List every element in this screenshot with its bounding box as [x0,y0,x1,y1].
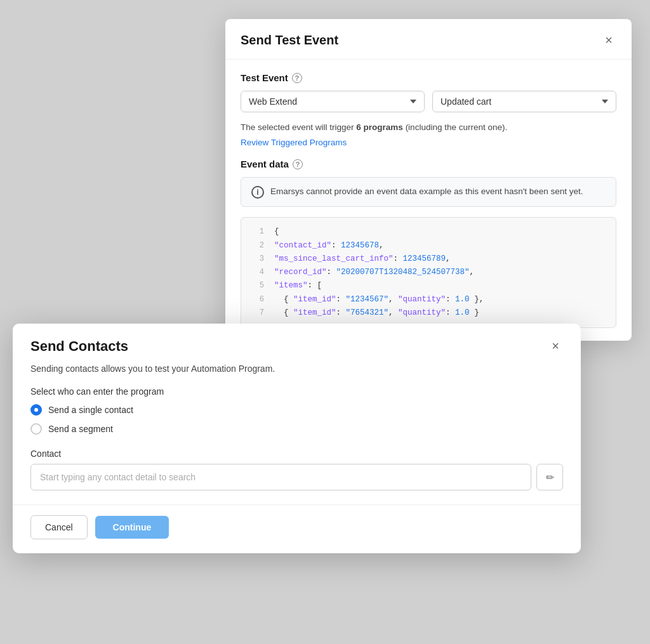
test-event-section-label: Test Event ? [241,72,616,83]
contact-search-input[interactable] [30,464,531,490]
event-data-section-label: Event data ? [241,159,616,169]
radio-single-indicator [30,404,42,416]
select-who-label: Select who can enter the program [30,386,563,397]
test-event-dialog-body: Test Event ? Web Extend Updated cart The… [225,60,632,341]
send-contacts-dialog: Send Contacts × Sending contacts allows … [13,324,581,553]
test-event-help-icon[interactable]: ? [292,73,302,83]
code-line-2: 2 "contact_id": 12345678, [241,239,616,253]
radio-single-label: Send a single contact [48,405,133,415]
review-triggered-programs-link[interactable]: Review Triggered Programs [241,138,616,147]
event-dropdowns-row: Web Extend Updated cart [241,91,616,112]
info-icon: i [251,186,264,199]
web-extend-dropdown[interactable]: Web Extend [241,91,425,112]
test-event-close-button[interactable]: × [601,32,616,49]
radio-segment-label: Send a segment [48,424,113,434]
code-line-5: 5 "items": [ [241,279,616,292]
event-data-info-banner: i Emarsys cannot provide an event data e… [241,177,616,207]
code-line-1: 1 { [241,225,616,239]
pencil-icon: ✏ [546,471,554,483]
code-editor[interactable]: 1 { 2 "contact_id": 12345678, 3 "ms_sinc… [241,217,616,328]
contacts-dialog-footer: Cancel Continue [13,504,581,553]
continue-button[interactable]: Continue [95,516,169,539]
contacts-dialog-body: Sending contacts allows you to test your… [13,355,581,490]
contact-edit-button[interactable]: ✏ [536,464,563,490]
contact-search-row: ✏ [30,464,563,490]
code-line-4: 4 "record_id": "20200707T1320482_5245077… [241,266,616,279]
contacts-close-button[interactable]: × [548,338,563,355]
info-banner-text: Emarsys cannot provide an event data exa… [270,185,583,198]
radio-single-contact[interactable]: Send a single contact [30,404,563,416]
code-line-6: 6 { "item_id": "1234567", "quantity": 1.… [241,293,616,306]
event-data-help-icon[interactable]: ? [293,159,303,169]
test-event-dialog-header: Send Test Event × [225,19,632,60]
updated-cart-dropdown[interactable]: Updated cart [432,91,616,112]
contacts-description: Sending contacts allows you to test your… [30,364,563,374]
trigger-info-text: The selected event will trigger 6 progra… [241,121,616,134]
trigger-count: 6 programs [356,122,403,132]
code-line-7: 7 { "item_id": "7654321", "quantity": 1.… [241,306,616,320]
radio-segment[interactable]: Send a segment [30,423,563,435]
radio-segment-indicator [30,423,42,435]
code-line-3: 3 "ms_since_last_cart_info": 123456789, [241,253,616,266]
contact-type-radio-group: Send a single contact Send a segment [30,404,563,435]
test-event-dialog-title: Send Test Event [241,33,338,48]
send-test-event-dialog: Send Test Event × Test Event ? Web Exten… [225,19,632,341]
cancel-button[interactable]: Cancel [30,515,88,539]
contact-field-label: Contact [30,449,563,459]
contacts-dialog-title: Send Contacts [30,338,128,355]
contacts-dialog-header: Send Contacts × [13,324,581,355]
